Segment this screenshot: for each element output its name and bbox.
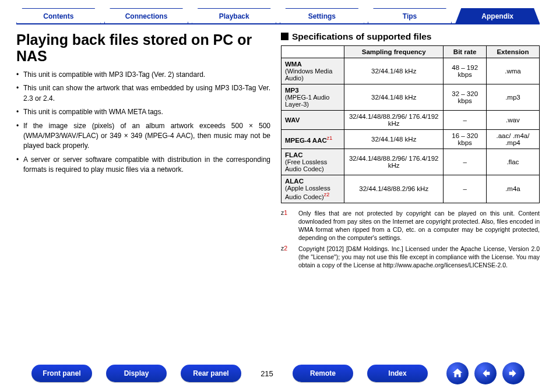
front-panel-button[interactable]: Front panel: [31, 365, 92, 382]
left-column: Playing back files stored on PC or NAS T…: [16, 29, 270, 271]
footnotes: z1 Only files that are not protected by …: [281, 209, 540, 269]
ext-cell: .wma: [486, 58, 539, 84]
format-cell: WMA(Windows Media Audio): [281, 58, 344, 84]
footnote-text: Only files that are not protected by cop…: [298, 209, 540, 242]
ext-cell: .mp3: [486, 84, 539, 111]
freq-cell: 32/44.1/48 kHz: [344, 130, 444, 149]
freq-cell: 32/44.1/48/88.2/96/ 176.4/192 kHz: [344, 111, 444, 130]
table-header: Extension: [486, 46, 539, 58]
format-cell: ALAC(Apple Lossless Audio Codec)z2: [281, 175, 344, 203]
tab-connections[interactable]: Connections: [104, 8, 189, 23]
freq-cell: 32/44.1/48 kHz: [344, 84, 444, 111]
rear-panel-button[interactable]: Rear panel: [181, 365, 241, 382]
list-item: This unit can show the artwork that was …: [16, 83, 270, 104]
top-tabs: Contents Connections Playback Settings T…: [16, 8, 540, 24]
page: Contents Connections Playback Settings T…: [0, 0, 556, 392]
tab-playback[interactable]: Playback: [192, 8, 276, 23]
tab-settings[interactable]: Settings: [280, 8, 364, 23]
list-item: This unit is compatible with WMA META ta…: [16, 107, 270, 117]
ext-cell: .aac/ .m4a/ .mp4: [486, 130, 539, 149]
page-title: Playing back files stored on PC or NAS: [16, 31, 270, 64]
table-header-empty: [281, 46, 344, 58]
bitrate-cell: –: [444, 175, 486, 203]
section-title: Specifications of supported files: [281, 31, 540, 42]
index-button[interactable]: Index: [367, 365, 428, 382]
table-header: Sampling frequency: [344, 46, 444, 58]
table-row: FLAC(Free Lossless Audio Codec) 32/44.1/…: [281, 149, 540, 175]
tab-appendix[interactable]: Appendix: [455, 8, 540, 23]
freq-cell: 32/44.1/48/88.2/96/ 176.4/192 kHz: [344, 149, 444, 175]
freq-cell: 32/44.1/48 kHz: [344, 58, 444, 84]
remote-button[interactable]: Remote: [293, 365, 353, 382]
square-bullet-icon: [281, 33, 288, 40]
table-row: ALAC(Apple Lossless Audio Codec)z2 32/44…: [281, 175, 540, 203]
arrow-left-icon: [479, 367, 492, 380]
tab-tips[interactable]: Tips: [368, 8, 452, 23]
list-item: A server or server software compatible w…: [16, 155, 270, 175]
ext-cell: .m4a: [486, 175, 539, 203]
tab-contents[interactable]: Contents: [16, 8, 101, 23]
bitrate-cell: –: [444, 111, 486, 130]
next-button[interactable]: [502, 362, 525, 384]
footnote: z2 Copyright [2012] [D&M Holdings. Inc.]…: [281, 245, 540, 270]
page-number: 215: [255, 369, 279, 378]
ext-cell: .flac: [486, 149, 539, 175]
footnote-mark: z1: [281, 209, 294, 242]
section-title-text: Specifications of supported files: [292, 31, 431, 41]
bitrate-cell: –: [444, 149, 486, 175]
home-icon: [451, 367, 464, 380]
table-header: Bit rate: [444, 46, 486, 58]
table-header-row: Sampling frequency Bit rate Extension: [281, 46, 540, 58]
main-content: Playing back files stored on PC or NAS T…: [16, 29, 540, 271]
home-button[interactable]: [446, 362, 469, 384]
prev-button[interactable]: [474, 362, 497, 384]
table-row: MPEG-4 AACz1 32/44.1/48 kHz 16 – 320 kbp…: [281, 130, 540, 149]
format-cell: WAV: [281, 111, 344, 130]
right-column: Specifications of supported files Sampli…: [281, 29, 540, 271]
arrow-right-icon: [507, 367, 520, 380]
bitrate-cell: 48 – 192 kbps: [444, 58, 486, 84]
bitrate-cell: 16 – 320 kbps: [444, 130, 486, 149]
footnote: z1 Only files that are not protected by …: [281, 209, 540, 242]
ext-cell: .wav: [486, 111, 539, 130]
bitrate-cell: 32 – 320 kbps: [444, 84, 486, 111]
table-row: MP3(MPEG-1 Audio Layer-3) 32/44.1/48 kHz…: [281, 84, 540, 111]
table-row: WAV 32/44.1/48/88.2/96/ 176.4/192 kHz – …: [281, 111, 540, 130]
feature-list: This unit is compatible with MP3 ID3-Tag…: [16, 70, 270, 175]
nav-circle-set: [446, 362, 525, 384]
bottom-nav: Front panel Display Rear panel 215 Remot…: [0, 362, 556, 385]
freq-cell: 32/44.1/48/88.2/96 kHz: [344, 175, 444, 203]
footnote-text: Copyright [2012] [D&M Holdings. Inc.] Li…: [298, 245, 540, 270]
list-item: This unit is compatible with MP3 ID3-Tag…: [16, 70, 270, 80]
format-cell: MP3(MPEG-1 Audio Layer-3): [281, 84, 344, 111]
spec-table: Sampling frequency Bit rate Extension WM…: [281, 45, 540, 203]
display-button[interactable]: Display: [106, 365, 167, 382]
format-cell: MPEG-4 AACz1: [281, 130, 344, 149]
table-row: WMA(Windows Media Audio) 32/44.1/48 kHz …: [281, 58, 540, 84]
list-item: If the image size (pixels) of an album a…: [16, 121, 270, 151]
footnote-mark: z2: [281, 245, 294, 270]
format-cell: FLAC(Free Lossless Audio Codec): [281, 149, 344, 175]
